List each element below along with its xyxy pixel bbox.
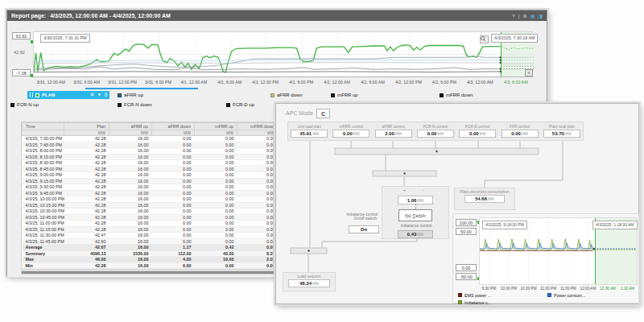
table-row[interactable]: 4/3/25, 11:45:00 PM42.6016.000.000.000.0… [23,238,279,245]
table-row[interactable]: 4/3/25, 7:30:00 PM42.2816.000.000.000.00 [23,136,279,142]
now-line-handle[interactable]: + [525,69,533,76]
chart-icon[interactable]: ▤ [530,14,535,19]
table-cell: 0.00 [237,172,279,179]
summary-row-max: Max46.0016.004.0010.002.09 [23,257,279,263]
plan-box-value[interactable]: 0.00MW [502,130,539,138]
table-cell: 16.00 [109,178,152,184]
mini-y-min-input[interactable]: -50.00 [456,273,477,280]
imbalance-group: + - 1.06MW f(x) ∑e(t)/n Imbalance contro… [382,186,449,239]
legend-swatch [270,93,275,97]
column-header-mfrr-up[interactable]: mFRR up [195,123,237,130]
table-row[interactable]: 4/3/25, 9:15:00 PM42.2816.000.000.000.00 [23,178,279,184]
legend-item-mfrr-up[interactable]: mFRR up [331,91,358,99]
plan-box-value[interactable]: 0.00MW [332,130,369,138]
table-row[interactable]: 4/3/25, 10:15:00 PM42.2816.000.000.000.0… [23,202,279,208]
legend-item-afrr-up[interactable]: aFRR up [118,91,143,99]
legend-swatch [458,300,462,304]
mini-plot[interactable]: 4/2/2025, 9:18:30 PM 4/3/2025, 1:18:30 A… [479,217,638,285]
table-cell: 42.28 [64,221,109,227]
legend-item-mfrr-down[interactable]: mFRR down [440,91,473,99]
mini-y-lower-input[interactable]: 0.00 [456,264,477,271]
legend-item-plan[interactable]: PLAN⊙●▯ [27,91,109,99]
table-row[interactable]: 4/3/25, 11:30:00 PM42.4716.000.000.000.0… [23,233,279,239]
table-cell: 16.00 [109,238,152,245]
table-row[interactable]: 4/3/25, 11:00:00 PM42.2816.000.000.000.0… [23,221,279,227]
table-row[interactable]: 4/3/25, 8:15:00 PM42.2816.000.000.000.00 [23,154,279,160]
record-icon[interactable]: ● [98,93,101,97]
legend-item-afrr-down[interactable]: aFRR down [270,91,303,99]
apc-mode-selector[interactable]: C [316,109,330,118]
legend-item-fcr-d-up[interactable]: FCR-D up [226,101,254,109]
plan-box-value[interactable]: 0.00MW [459,130,496,138]
mini-legend-item-imbalance-c-[interactable]: Imbalance c... [458,299,491,305]
trash-icon[interactable]: ▯ [105,93,107,97]
table-cell: 0.00 [195,196,237,203]
plan-box-value[interactable]: 53.70MW [543,130,580,138]
table-cell: 0.00 [152,208,195,215]
column-header-afrr-up[interactable]: aFRR up [109,123,152,130]
drag-handle-icon[interactable] [30,93,33,97]
table-cell: 0.00 [237,221,279,227]
table-row[interactable]: 4/3/25, 10:30:00 PM42.2816.000.000.000.0… [23,208,279,215]
table-cell: 4/3/25, 8:45:00 PM [23,166,64,172]
table-cell: 42.28 [64,136,109,142]
table-cell: 16.00 [109,154,152,160]
time-range-indicator[interactable] [85,88,198,89]
imbalance-switch[interactable]: On [349,225,379,233]
column-header-plan[interactable]: Plan [64,123,109,130]
settings-icon[interactable]: ⚙ [522,14,526,19]
mini-legend-item-power-consum-[interactable]: Power consum... [547,292,585,298]
table-row[interactable]: 4/3/25, 8:00:00 PM42.2816.000.000.000.00 [23,148,279,155]
table-cell: 4/3/25, 10:00:00 PM [23,196,64,203]
table-cell: 0.00 [152,136,195,142]
table-cell: 42.28 [64,160,109,167]
report-titlebar[interactable]: Report page: 4/3/2025, 12:00:00 AM - 4/4… [7,10,547,21]
table-row[interactable]: 4/3/25, 9:30:00 PM42.2816.000.000.000.00 [23,184,279,191]
report-chart[interactable]: 3/30/2025, 7:31:31 PM 4/3/2025, 7:30:18 … [33,31,534,77]
table-cell: 42.67 [64,245,109,251]
plan-box-ffr-control: FFR control0.00MW [500,125,540,138]
pin-icon[interactable]: ◨ [538,14,543,19]
table-cell: 0.00 [152,221,195,227]
plan-box-value[interactable]: 45.91MW [291,130,328,138]
plan-box-plant-total-plan: Plant total plan53.70MW [542,125,582,138]
table-cell: 16.00 [109,257,152,263]
zoom-icon[interactable] [480,35,489,43]
table-row[interactable]: 4/3/25, 9:00:00 PM42.2816.000.000.000.00 [23,172,279,179]
mini-legend-item-ems-power-[interactable]: EMS power ... [458,292,491,298]
table-cell: 0.00 [195,172,237,179]
mini-y-upper-input[interactable]: 50.00 [456,228,477,235]
legend-label: mFRR up [337,93,358,97]
legend-item-fcr-n-down[interactable]: FCR-N down [118,101,152,109]
table-row[interactable]: 4/3/25, 10:00:00 PM42.2816.000.000.000.0… [23,196,279,203]
table-cell: 42.28 [64,172,109,179]
scrollbar-thumb[interactable] [22,271,287,274]
x-tick: 3/31, 6:00 AM [68,80,104,85]
table-cell: 0.00 [237,262,279,269]
apc-mode-label: APC Mode [286,110,313,116]
table-row[interactable]: 4/3/25, 9:45:00 PM42.2816.000.000.000.00 [23,190,279,196]
table-cell: 0.00 [195,262,237,269]
plan-box-value[interactable]: 0.00MW [417,130,454,138]
help-icon[interactable]: ? [512,14,514,19]
column-header-time[interactable]: Time [23,123,64,130]
y-max-input[interactable]: 92.92 [12,32,31,39]
table-row[interactable]: 4/3/25, 7:45:00 PM42.2816.000.000.000.00 [23,142,279,148]
table-row[interactable]: 4/3/25, 8:45:00 PM42.2816.000.000.000.00 [23,166,279,172]
mini-chart: 100.00 50.00 0.00 -50.00 4/2/2025, 9:18:… [452,213,639,303]
table-row[interactable]: 4/3/25, 11:15:00 PM42.2816.000.000.000.0… [23,226,279,233]
table-cell: 42.28 [64,208,109,215]
legend-item-fcr-n-up[interactable]: FCR-N up [10,101,39,109]
table-row[interactable]: 4/3/25, 8:30:00 PM42.2816.000.000.000.00 [23,160,279,167]
y-mid-label: 42.92 [14,50,25,55]
table-cell: 16.00 [109,184,152,191]
column-unit: MW [152,130,195,136]
eye-icon[interactable]: ⊙ [90,93,94,97]
mini-y-max-input[interactable]: 100.00 [456,219,477,226]
legend-swatch [118,93,122,97]
y-min-input[interactable]: -7.08 [12,69,31,76]
column-header-mfrr-down[interactable]: mFRR down [237,123,279,130]
column-header-afrr-down[interactable]: aFRR down [152,123,195,130]
table-row[interactable]: 4/3/25, 10:45:00 PM42.2816.000.000.000.0… [23,214,279,221]
plan-box-value[interactable]: 2.00MW [375,130,412,138]
